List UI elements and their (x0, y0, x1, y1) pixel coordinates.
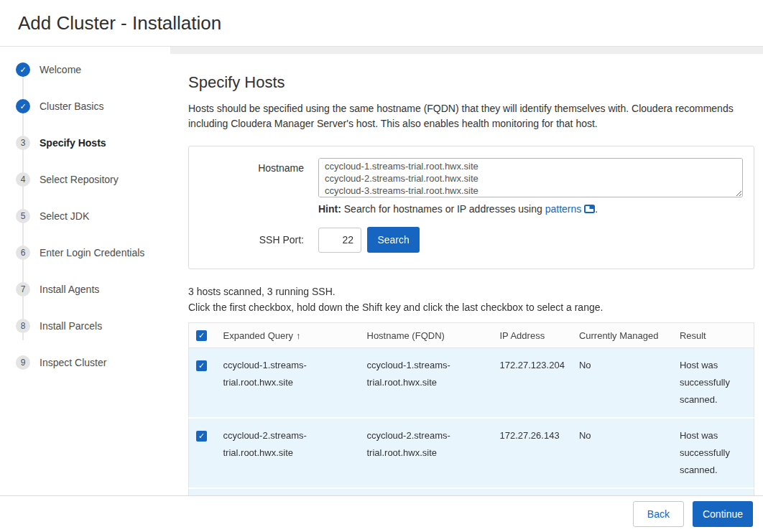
cell-expanded-query: ccycloud-2.streams-trial.root.hwx.site (216, 418, 360, 488)
step-indicator: 5 (16, 209, 30, 223)
column-header-currently-managed[interactable]: Currently Managed (572, 323, 672, 348)
wizard-sidebar: ✓ Welcome ✓ Cluster Basics 3 Specify Hos… (0, 47, 170, 532)
table-row: ✓ ccycloud-1.streams-trial.root.hwx.site… (189, 348, 754, 419)
page-title: Add Cluster - Installation (18, 12, 221, 34)
wizard-step-install-parcels[interactable]: 8 Install Parcels (16, 319, 170, 333)
host-search-form: Hostname ccycloud-1.streams-trial.root.h… (188, 146, 754, 269)
wizard-step-cluster-basics[interactable]: ✓ Cluster Basics (16, 99, 170, 113)
content-top-strip (170, 47, 763, 54)
scan-help: Click the first checkbox, hold down the … (188, 299, 754, 315)
page-header: Add Cluster - Installation (0, 0, 763, 47)
wizard-step-install-agents[interactable]: 7 Install Agents (16, 282, 170, 297)
sort-ascending-icon: ↑ (296, 330, 301, 341)
step-indicator: 6 (16, 246, 30, 260)
cell-ip-address: 172.27.26.143 (493, 418, 572, 488)
table-header-row: ✓ Expanded Query↑ Hostname (FQDN) IP Add… (189, 323, 754, 348)
step-indicator: 7 (16, 282, 30, 297)
step-check-icon: ✓ (16, 99, 30, 113)
content-area: Specify Hosts Hosts should be specified … (170, 73, 763, 532)
continue-button[interactable]: Continue (693, 501, 753, 527)
ssh-port-controls: Search (318, 227, 420, 253)
step-label: Cluster Basics (40, 101, 103, 112)
hint-text: Search for hostnames or IP addresses usi… (341, 203, 545, 215)
cell-hostname: ccycloud-2.streams-trial.root.hwx.site (360, 418, 493, 488)
wizard-step-enter-login-credentials[interactable]: 6 Enter Login Credentials (16, 246, 170, 260)
step-label: Select JDK (40, 210, 89, 222)
column-header-ip-address[interactable]: IP Address (493, 323, 572, 348)
wizard-step-select-jdk[interactable]: 5 Select JDK (16, 209, 170, 223)
wizard-footer: Back Continue (0, 495, 763, 532)
hostname-input[interactable]: ccycloud-1.streams-trial.root.hwx.site c… (318, 158, 743, 197)
hint-label: Hint: (318, 203, 341, 215)
step-label: Inspect Cluster (40, 357, 106, 368)
step-indicator: 8 (16, 319, 30, 333)
step-label: Install Parcels (40, 320, 102, 332)
row-checkbox[interactable]: ✓ (196, 360, 207, 371)
cell-result: Host was successfully scanned. (672, 348, 754, 419)
step-label: Enter Login Credentials (40, 247, 144, 258)
cell-result: Host was successfully scanned. (672, 418, 754, 488)
hint-suffix: . (595, 203, 598, 215)
main-content: Specify Hosts Hosts should be specified … (170, 47, 763, 532)
step-indicator: 3 (16, 136, 30, 150)
external-link-icon[interactable] (584, 204, 595, 215)
wizard-layout: ✓ Welcome ✓ Cluster Basics 3 Specify Hos… (0, 47, 763, 532)
search-button[interactable]: Search (367, 227, 419, 253)
row-checkbox[interactable]: ✓ (196, 431, 207, 442)
step-check-icon: ✓ (16, 62, 30, 77)
table-row: ✓ ccycloud-2.streams-trial.root.hwx.site… (189, 418, 754, 488)
column-header-expanded-query[interactable]: Expanded Query↑ (216, 323, 360, 348)
scan-summary: 3 hosts scanned, 3 running SSH. (188, 284, 754, 299)
hostname-hint: Hint: Search for hostnames or IP address… (318, 203, 743, 215)
step-label: Specify Hosts (40, 137, 106, 149)
hostname-row: Hostname ccycloud-1.streams-trial.root.h… (189, 158, 743, 197)
ssh-port-label: SSH Port: (189, 234, 318, 246)
section-description: Hosts should be specified using the same… (188, 101, 741, 131)
step-label: Install Agents (40, 284, 99, 295)
cell-expanded-query: ccycloud-1.streams-trial.root.hwx.site (216, 348, 360, 419)
section-title: Specify Hosts (188, 73, 754, 92)
wizard-step-inspect-cluster[interactable]: 9 Inspect Cluster (16, 355, 170, 370)
back-button[interactable]: Back (633, 501, 684, 527)
cell-currently-managed: No (572, 418, 672, 488)
wizard-step-specify-hosts[interactable]: 3 Specify Hosts (16, 136, 170, 150)
step-label: Select Repository (40, 174, 119, 185)
wizard-step-welcome[interactable]: ✓ Welcome (16, 62, 170, 77)
wizard-step-select-repository[interactable]: 4 Select Repository (16, 172, 170, 187)
column-header-result[interactable]: Result (672, 323, 754, 348)
column-header-hostname[interactable]: Hostname (FQDN) (360, 323, 493, 348)
cell-hostname: ccycloud-1.streams-trial.root.hwx.site (360, 348, 493, 419)
step-indicator: 9 (16, 355, 30, 370)
ssh-port-row: SSH Port: Search (189, 227, 743, 253)
patterns-link[interactable]: patterns (545, 203, 582, 215)
ssh-port-input[interactable] (318, 228, 361, 253)
cell-currently-managed: No (572, 348, 672, 419)
select-all-checkbox[interactable]: ✓ (196, 330, 207, 341)
step-indicator: 4 (16, 172, 30, 187)
cell-ip-address: 172.27.123.204 (493, 348, 572, 419)
wizard-steps: ✓ Welcome ✓ Cluster Basics 3 Specify Hos… (16, 62, 170, 370)
hostname-label: Hostname (189, 158, 318, 197)
step-label: Welcome (40, 64, 81, 75)
